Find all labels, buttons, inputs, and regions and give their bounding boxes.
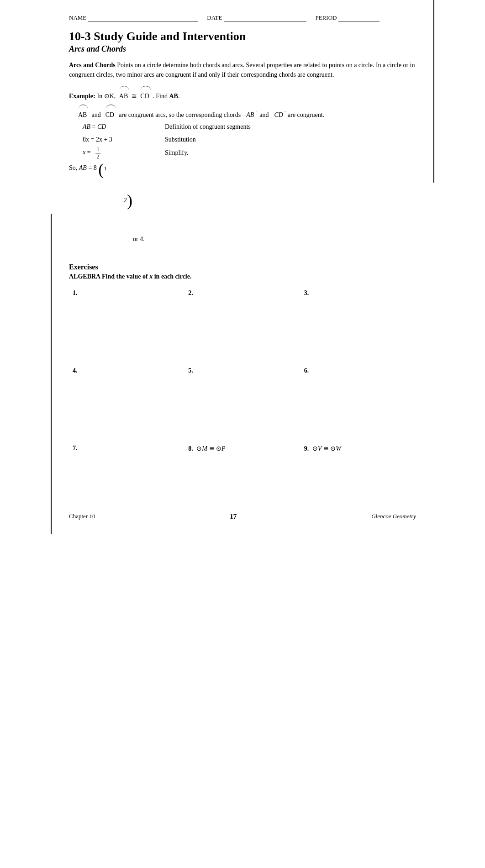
exercise-1: 1. [69,288,185,361]
eq2-right: Substitution [165,133,196,146]
example-setup: In ⊙K, [97,90,117,102]
or-line: or 4. [133,234,416,245]
footer-center: 17 [230,513,237,521]
exercises-section: Exercises ALGEBRA Find the value of x in… [69,263,416,516]
footer-left: Chapter 10 [69,513,95,520]
exercises-instruction: ALGEBRA Find the value of x in each circ… [69,273,416,280]
sub-title: Arcs and Chords [69,44,416,54]
header: NAME DATE PERIOD [69,14,416,21]
example-header: Example: In ⊙K, AB ≅ CD . Find AB. [69,86,416,102]
period-line [338,14,380,21]
exercise-6: 6. [300,365,416,438]
example-label: Example: [69,90,95,102]
arc-ab-display: AB [119,86,128,102]
ex-9-label: ⊙V ≅ ⊙W [312,445,341,452]
eq-step2: 8x = 2x + 3 Substitution [83,133,416,146]
fraction-den: 2 [95,153,100,160]
main-title: 10-3 Study Guide and Intervention [69,30,416,43]
exercise-grid-row1: 1. 2. 3. [69,288,416,361]
paren-2-num: 2 [124,195,127,206]
are-congruent: are congruent. [288,109,324,121]
intro-bold: Arcs and Chords [69,62,116,68]
arc-ab-step0: AB [78,105,87,121]
period-field: PERIOD [316,14,380,21]
exercise-7: 7. [69,443,185,516]
eq1-left: AB = CD [83,121,147,133]
right-border-line [433,0,434,183]
ex-num-3: 3. [304,289,309,296]
big-paren-close: ) [127,195,132,206]
algebra-label: ALGEBRA Find the value of x in each circ… [69,273,191,280]
eq2-left: 8x = 2x + 3 [83,133,147,146]
example-block: Example: In ⊙K, AB ≅ CD . Find AB. AB an… [69,86,416,245]
footer: Chapter 10 17 Glencoe Geometry [69,513,416,521]
arc-cd-display: CD [140,86,149,102]
and-2: and [259,109,269,121]
eq-step1: AB = CD Definition of congruent segments [83,121,416,133]
chord-ab-tick: ′AB [246,109,254,121]
ex-num-2: 2. [188,289,193,296]
name-label: NAME [69,14,86,21]
arc-cd-step0: CD [105,105,114,121]
exercise-2: 2. [185,288,300,361]
exercise-8: 8. ⊙M ≅ ⊙P [185,443,300,516]
step0-desc: are congruent arcs, so the corresponding… [119,109,241,121]
date-field: DATE [207,14,306,21]
date-line [224,14,306,21]
ex-num-8: 8. [188,445,193,452]
ex-8-label: ⊙M ≅ ⊙P [196,445,225,452]
intro-text: Points on a circle determine both chords… [69,62,415,78]
eq3-right: Simplify. [165,147,189,159]
exercise-4: 4. [69,365,185,438]
exercise-grid-row3: 7. 8. ⊙M ≅ ⊙P 9. ⊙V ≅ ⊙W [69,443,416,516]
fraction-num: 1 [95,146,100,153]
exercise-5: 5. [185,365,300,438]
exercise-9: 9. ⊙V ≅ ⊙W [300,443,416,516]
example-step0: AB and CD are congruent arcs, so the cor… [78,105,416,121]
and-text: and [91,109,100,121]
ex-num-7: 7. [73,445,78,452]
ex-num-5: 5. [188,367,193,374]
name-line [88,14,198,21]
paren-2-line: 2 ) [124,195,416,206]
exercises-title: Exercises [69,263,416,271]
period-label: PERIOD [316,14,337,21]
date-label: DATE [207,14,222,21]
ex-num-6: 6. [304,367,309,374]
ex-num-9: 9. [304,445,309,452]
eq1-right: Definition of congruent segments [165,121,251,133]
left-border-line [51,214,52,534]
paren-content: 1 [104,163,107,174]
exercise-grid-row2: 4. 5. 6. [69,365,416,438]
name-field: NAME [69,14,198,21]
fraction-half: 1 2 [95,146,100,160]
eq3-left: x = 1 2 [83,146,147,160]
so-text: So, AB = 8 [69,163,98,174]
ex-num-4: 4. [73,367,78,374]
eq-step3: x = 1 2 Simplify. [83,146,416,160]
intro-paragraph: Arcs and Chords Points on a circle deter… [69,60,416,79]
big-paren-open: ( [98,163,104,177]
chord-cd-tick: ′CD [274,109,283,121]
find-text: . Find AB. [151,90,180,102]
ex-num-1: 1. [73,289,78,296]
exercise-3: 3. [300,288,416,361]
footer-right: Glencoe Geometry [371,513,416,520]
congruent-sym: ≅ [130,90,138,102]
or-text: or 4. [133,236,145,242]
so-line: So, AB = 8 ( 1 [69,163,416,177]
